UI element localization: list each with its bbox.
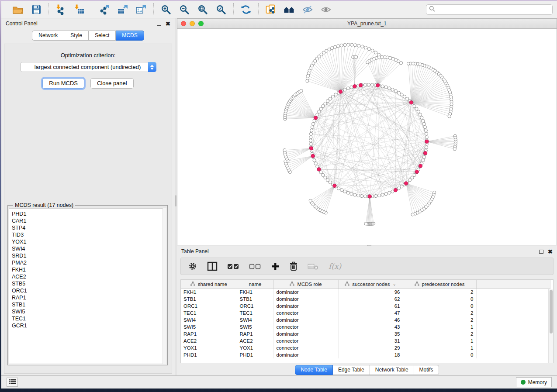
export-image-icon[interactable] [135,3,147,16]
tab-mcds[interactable]: MCDS [116,31,144,41]
mcds-result-item[interactable]: STP4 [12,224,166,231]
column-header-predecessor-nodes[interactable]: predecessor nodes [403,280,476,289]
mcds-result-list[interactable]: PHD1CAR1STP4TID3YOX1SWI4SRD1PMA2FKH1ACE2… [9,208,166,364]
delete-column-icon[interactable] [289,261,298,271]
table-row[interactable]: SWI5SWI5connector431 [181,323,550,330]
optimization-criterion-select[interactable]: largest connected component (undirected) [20,62,156,72]
table-row[interactable]: TEC1TEC1connector472 [181,309,550,316]
mcds-result-item[interactable]: GCR1 [12,322,166,329]
add-column-icon[interactable] [271,262,280,271]
close-panel-icon[interactable]: ✖ [166,21,170,27]
show-all-icon[interactable] [320,3,332,16]
tab-motifs[interactable]: Motifs [414,365,439,375]
network-canvas[interactable] [177,29,557,245]
zoom-selected-icon[interactable] [215,3,227,16]
mcds-result-item[interactable]: CAR1 [12,217,166,224]
mcds-result-item[interactable]: SWI4 [12,245,166,252]
new-network-from-selection-icon[interactable] [265,3,277,16]
dominator-node[interactable] [359,83,362,87]
column-header-successor-nodes[interactable]: successor nodes⌄ [338,280,403,289]
export-table-icon[interactable] [117,3,129,16]
refresh-icon[interactable] [240,3,252,16]
deselect-all-icon[interactable] [249,263,261,270]
tab-node-table[interactable]: Node Table [295,365,333,375]
dominator-node[interactable] [339,90,342,93]
dominator-node[interactable] [368,195,371,198]
table-row[interactable]: YOX1YOX1connector291 [181,344,550,351]
table-row[interactable]: ACE2ACE2connector311 [181,337,550,344]
table-cell: 1 [403,344,476,351]
dominator-node[interactable] [309,147,313,150]
search-input[interactable] [437,7,550,13]
mcds-result-item[interactable]: ACE2 [12,273,166,280]
column-header-MCDS-role[interactable]: MCDS role [273,280,338,289]
table-row[interactable]: SWI4SWI4dominator462 [181,316,550,323]
table-scrollbar-thumb[interactable] [550,290,553,334]
mcds-result-item[interactable]: YOX1 [12,238,166,245]
tab-edge-table[interactable]: Edge Table [333,365,370,375]
table-row[interactable]: ORC1ORC1dominator610 [181,303,550,309]
dominator-node[interactable] [353,85,356,88]
splitter-handle[interactable] [175,195,176,206]
open-folder-icon[interactable] [12,3,24,16]
dominator-node[interactable] [314,116,317,120]
network-list-button[interactable] [7,378,18,387]
dominator-node[interactable] [333,184,336,187]
zoom-fit-icon[interactable] [197,3,209,16]
dominator-node[interactable] [425,140,429,143]
tab-network[interactable]: Network [32,31,64,41]
dominator-node[interactable] [419,164,422,168]
column-header-shared-name[interactable]: shared name [181,280,237,289]
dominator-node[interactable] [409,101,413,104]
tab-select[interactable]: Select [89,31,116,41]
dominator-node[interactable] [311,154,315,158]
result-list-scrollbar[interactable] [163,208,166,364]
table-row[interactable]: RAP1RAP1dominator352 [181,330,550,337]
mcds-result-item[interactable]: SRD1 [12,252,166,259]
mcds-result-item[interactable]: STB1 [12,301,166,308]
tab-network-table[interactable]: Network Table [370,365,414,375]
table-scrollbar[interactable] [548,289,553,363]
mcds-result-item[interactable]: SWI5 [12,308,166,315]
close-panel-button[interactable]: Close panel [90,78,134,89]
dominator-node[interactable] [415,170,419,173]
mcds-result-item[interactable]: FKH1 [12,266,166,273]
mcds-result-item[interactable]: PHD1 [12,210,166,217]
float-panel-icon[interactable] [157,22,161,26]
tab-style[interactable]: Style [64,31,89,41]
dominator-node[interactable] [423,151,427,155]
mcds-result-item[interactable]: STB5 [12,280,166,287]
hide-selection-icon[interactable] [301,3,314,16]
run-mcds-button[interactable]: Run MCDS [42,78,84,89]
dominator-node[interactable] [317,168,321,171]
first-neighbors-icon[interactable] [283,3,295,16]
select-all-icon[interactable] [227,263,239,270]
mcds-result-item[interactable]: TID3 [12,231,166,238]
mcds-result-item[interactable]: RAP1 [12,294,166,301]
sort-chevron-icon[interactable]: ⌄ [392,282,396,286]
memory-button[interactable]: Memory [516,377,552,387]
save-icon[interactable] [30,3,42,16]
mcds-result-item[interactable]: PMA2 [12,259,166,266]
column-header-name[interactable]: name [237,280,273,289]
control-panel-title: Control Panel [6,21,38,27]
import-table-icon[interactable] [73,3,86,16]
mcds-result-item[interactable]: ORC1 [12,287,166,294]
zoom-in-icon[interactable] [160,3,172,16]
column-view-icon[interactable] [207,261,218,271]
table-settings-icon[interactable] [188,261,197,271]
import-network-icon[interactable] [55,3,67,16]
zoom-out-icon[interactable] [178,3,190,16]
search-box[interactable] [426,4,553,15]
dominator-node[interactable] [376,83,380,87]
table-row[interactable]: STB1STB1dominator620 [181,296,550,303]
mcds-result-item[interactable]: TEC1 [12,315,166,322]
dominator-node[interactable] [394,188,397,192]
table-cell: ACE2 [181,337,237,344]
close-table-panel-icon[interactable]: ✖ [548,249,553,254]
table-row[interactable]: FKH1FKH1dominator962 [181,289,550,296]
table-row[interactable]: PHD1PHD1dominator180 [181,351,550,358]
export-network-icon[interactable] [98,3,111,16]
dominator-node[interactable] [404,182,408,185]
float-table-panel-icon[interactable] [539,250,543,254]
